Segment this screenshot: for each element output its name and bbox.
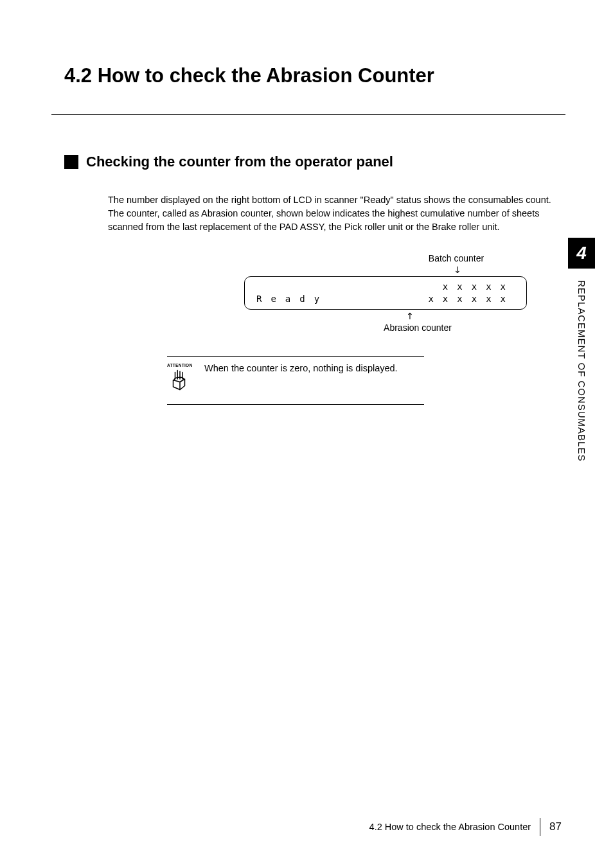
lcd-ready-text: Ready — [256, 293, 328, 305]
page-footer: 4.2 How to check the Abrasion Counter 87 — [369, 818, 562, 836]
main-title: 4.2 How to check the Abrasion Counter — [64, 64, 562, 87]
down-arrow-icon: ↓ — [451, 265, 464, 275]
subsection-heading-row: Checking the counter from the operator p… — [64, 154, 562, 170]
lcd-row1-right: xxxxx — [443, 281, 515, 293]
document-page: 4.2 How to check the Abrasion Counter Ch… — [0, 0, 613, 868]
attention-block: ATTENTION When the counter is zero, noth… — [167, 356, 424, 405]
attention-hand-icon: ATTENTION — [167, 363, 197, 393]
chapter-number-box: 4 — [568, 238, 595, 269]
abrasion-counter-label: Abrasion counter — [373, 323, 463, 333]
attention-text: When the counter is zero, nothing is dis… — [204, 362, 398, 375]
attention-label: ATTENTION — [167, 363, 197, 368]
up-arrow-icon: ↑ — [404, 311, 416, 321]
title-rule — [51, 114, 565, 115]
chapter-title-vertical: REPLACEMENT OF CONSUMABLES — [576, 280, 587, 461]
footer-page-number: 87 — [549, 820, 562, 833]
lcd-diagram: Batch counter ↓ xxxxx Ready xxxxxx ↑ Abr… — [244, 253, 562, 333]
attention-bottom-rule — [167, 404, 424, 405]
lcd-row-2: Ready xxxxxx — [256, 293, 515, 305]
square-bullet-icon — [64, 155, 78, 169]
footer-section-ref: 4.2 How to check the Abrasion Counter — [369, 822, 531, 832]
batch-counter-label: Batch counter — [411, 253, 501, 263]
lcd-row2-right: xxxxxx — [428, 293, 515, 305]
subsection-heading: Checking the counter from the operator p… — [86, 154, 393, 170]
footer-separator — [540, 818, 540, 836]
lcd-row-1: xxxxx — [256, 281, 515, 293]
lcd-frame: xxxxx Ready xxxxxx — [244, 276, 527, 310]
body-paragraph: The number displayed on the right bottom… — [108, 193, 551, 234]
attention-inner: ATTENTION When the counter is zero, noth… — [167, 357, 424, 404]
chapter-side-tab: 4 REPLACEMENT OF CONSUMABLES — [568, 238, 595, 461]
